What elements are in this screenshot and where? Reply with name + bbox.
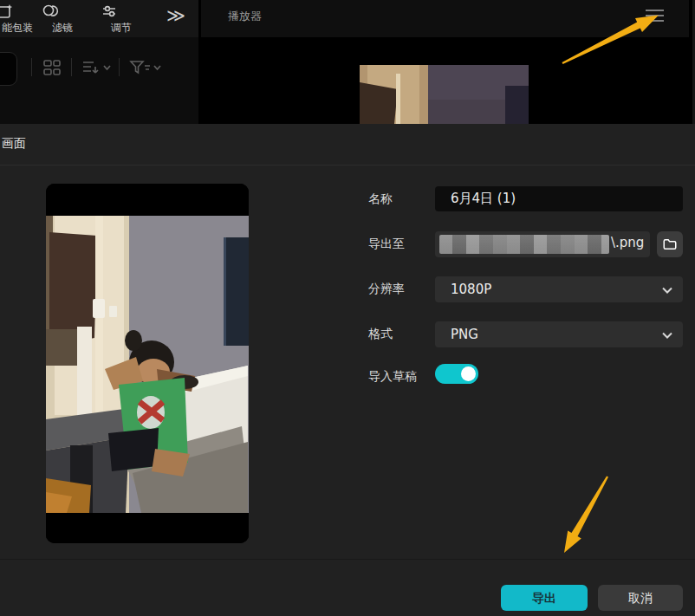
import-draft-toggle[interactable]: [435, 364, 478, 384]
format-label: 格式: [368, 327, 393, 342]
format-select[interactable]: PNG: [435, 321, 683, 347]
toolbar-item-packaging[interactable]: 能包装: [0, 3, 38, 36]
chevron-down-icon: [662, 332, 672, 339]
divider: [0, 559, 695, 560]
magic-box-icon: [0, 3, 38, 20]
cancel-button[interactable]: 取消: [598, 585, 683, 611]
name-input[interactable]: 6月4日 (1): [435, 186, 683, 211]
divider: [0, 165, 695, 165]
top-toolbar: 能包装 滤镜 调节 ≫: [0, 0, 198, 37]
divider: [119, 58, 120, 76]
media-panel: 能包装 滤镜 调节 ≫: [0, 0, 198, 124]
video-preview: [360, 65, 529, 124]
player-header: 播放器: [201, 0, 689, 37]
side-panel-edge: [691, 0, 695, 124]
toolbar-label: 滤镜: [42, 21, 83, 36]
name-label: 名称: [368, 191, 393, 207]
export-path-input[interactable]: \.png: [435, 231, 650, 257]
toolbar-item-adjust[interactable]: 调节: [101, 3, 142, 36]
grid-view-icon[interactable]: [42, 57, 62, 78]
export-button[interactable]: 导出: [501, 585, 588, 611]
hamburger-menu-icon[interactable]: [646, 6, 668, 25]
video-thumbnail: [46, 184, 249, 543]
folder-icon: [662, 237, 678, 252]
divider: [71, 58, 72, 76]
toolbar-item-filter[interactable]: 滤镜: [42, 3, 83, 36]
filter-circles-icon: [42, 3, 83, 20]
format-value: PNG: [451, 327, 478, 342]
filter-funnel-icon[interactable]: [128, 57, 163, 78]
chevron-down-icon: [662, 287, 672, 294]
player-panel: 播放器: [201, 0, 689, 124]
search-input[interactable]: [0, 52, 17, 86]
resolution-value: 1080P: [451, 282, 491, 297]
resolution-select[interactable]: 1080P: [435, 276, 683, 302]
browse-folder-button[interactable]: [657, 231, 683, 257]
path-suffix: \.png: [611, 235, 644, 250]
censored-path-mosaic: [439, 235, 609, 254]
export-path-label: 导出至: [368, 237, 405, 252]
toolbar-label: 调节: [101, 21, 142, 36]
dialog-section-title: 画面: [2, 136, 26, 152]
divider: [31, 58, 32, 76]
toggle-knob: [461, 366, 476, 381]
toolbar-expand-chevrons[interactable]: ≫: [166, 5, 184, 26]
sort-icon[interactable]: [81, 57, 112, 78]
import-draft-label: 导入草稿: [368, 369, 417, 385]
resolution-label: 分辨率: [368, 282, 405, 297]
adjust-sliders-icon: [101, 3, 142, 20]
toolbar-label: 能包装: [0, 21, 38, 36]
export-dialog: 画面: [0, 124, 695, 616]
player-title: 播放器: [228, 9, 262, 24]
